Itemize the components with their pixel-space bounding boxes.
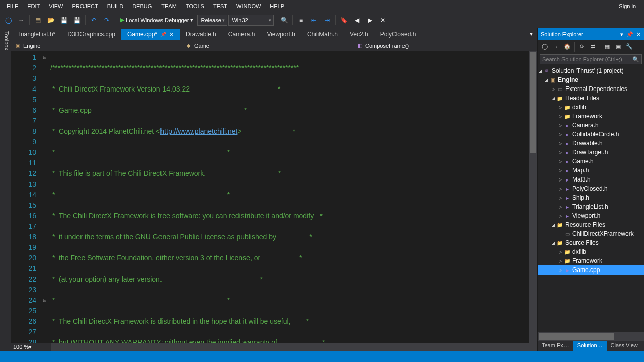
tab-chilimath[interactable]: ChiliMath.h — [301, 29, 344, 40]
tab-solution-explorer[interactable]: Solution… — [573, 341, 607, 351]
tree-header-item[interactable]: ▷▸TriangleList.h — [538, 202, 644, 211]
tab-game-cpp[interactable]: Game.cpp*📌✕ — [121, 29, 180, 40]
save-all-icon[interactable]: 💾 — [71, 14, 83, 26]
se-sync-icon[interactable]: ⇄ — [588, 42, 598, 52]
menu-project[interactable]: PROJECT — [67, 2, 102, 11]
tree-header-item[interactable]: ▷▸PolyClosed.h — [538, 184, 644, 193]
nav-fwd-icon[interactable]: → — [15, 14, 27, 26]
menu-help[interactable]: HELP — [265, 2, 289, 11]
context-bar: ▣Engine ◆Game ◧ComposeFrame() — [11, 40, 537, 51]
close-icon[interactable]: ✕ — [169, 31, 174, 38]
tree-ext-deps[interactable]: ▷▭External Dependencies — [538, 84, 644, 94]
tab-overflow-icon[interactable]: ▾ — [525, 28, 537, 40]
tree-header-files[interactable]: ◢📁Header Files — [538, 94, 644, 103]
se-home-icon[interactable]: 🏠 — [562, 42, 572, 52]
menu-file[interactable]: FILE — [2, 2, 23, 11]
line-numbers: 1234567891011121314151617181920212223242… — [11, 51, 41, 351]
tree-resource-files[interactable]: ◢📁Resource Files — [538, 220, 644, 229]
document-tabs: TriangleList.h* D3DGraphics.cpp Game.cpp… — [11, 28, 537, 40]
save-icon[interactable]: 💾 — [58, 14, 70, 26]
code-content[interactable]: /***************************************… — [48, 51, 537, 351]
platform-selector[interactable]: Win32 — [228, 15, 274, 26]
tree-header-item[interactable]: ▷▸Mat3.h — [538, 175, 644, 184]
tab-trianglelist[interactable]: TriangleList.h* — [11, 29, 61, 40]
tree-framework-h[interactable]: ▷📁Framework — [538, 112, 644, 121]
se-fwd-icon[interactable]: → — [551, 42, 561, 52]
se-refresh-icon[interactable]: ⟳ — [577, 42, 587, 52]
tab-camera[interactable]: Camera.h — [222, 29, 261, 40]
open-icon[interactable]: 📂 — [45, 14, 57, 26]
tab-class-view[interactable]: Class View — [607, 341, 642, 351]
tab-team-explorer[interactable]: Team Ex… — [538, 341, 573, 351]
config-selector[interactable]: Release — [197, 15, 227, 26]
tree-solution[interactable]: ◢⧈Solution 'Thrust' (1 project) — [538, 66, 644, 75]
tree-header-item[interactable]: ▷▸Map.h — [538, 166, 644, 175]
tab-viewport[interactable]: Viewport.h — [261, 29, 301, 40]
tree-source-files[interactable]: ◢📁Source Files — [538, 238, 644, 247]
pin-icon[interactable]: 📌 — [160, 32, 166, 37]
menu-debug[interactable]: DEBUG — [128, 2, 156, 11]
new-project-icon[interactable]: ▤ — [32, 14, 44, 26]
menu-build[interactable]: BUILD — [103, 2, 128, 11]
tree-header-item[interactable]: ▷▸Camera.h — [538, 121, 644, 130]
tab-vec2[interactable]: Vec2.h — [344, 29, 374, 40]
tree-dxflib-h[interactable]: ▷📁dxflib — [538, 103, 644, 112]
panel-dropdown-icon[interactable]: ▾ — [620, 31, 623, 38]
bookmark-clear-icon[interactable]: ✕ — [377, 14, 389, 26]
comment-icon[interactable]: ≡ — [295, 14, 307, 26]
se-properties-icon[interactable]: 🔧 — [624, 42, 634, 52]
toolbox-tab[interactable]: Toolbox — [0, 28, 11, 351]
tab-drawable[interactable]: Drawable.h — [180, 29, 222, 40]
zoom-level[interactable]: 100 % ▾ — [11, 343, 51, 351]
main-toolbar: ◯ → ▤ 📂 💾 💾 ↶ ↷ ▶ Local Windows Debugger… — [0, 12, 644, 28]
tab-polyclosed[interactable]: PolyClosed.h — [374, 29, 422, 40]
vertical-scrollbar[interactable] — [529, 51, 537, 343]
tree-project[interactable]: ◢▣Engine — [538, 75, 644, 84]
tree-header-item[interactable]: ▷▸Game.h — [538, 157, 644, 166]
solution-hscroll[interactable] — [538, 332, 644, 341]
indent-left-icon[interactable]: ⇤ — [308, 14, 320, 26]
status-bar — [0, 351, 644, 362]
indent-right-icon[interactable]: ⇥ — [321, 14, 333, 26]
member-selector[interactable]: ◧ComposeFrame() — [353, 40, 537, 51]
menu-test[interactable]: TEST — [209, 2, 232, 11]
solution-search-input[interactable]: Search Solution Explorer (Ctrl+;)🔍 — [540, 54, 642, 64]
code-editor[interactable]: 1234567891011121314151617181920212223242… — [11, 51, 537, 351]
tree-header-item[interactable]: ▷▸CollidableCircle.h — [538, 130, 644, 139]
horizontal-scrollbar[interactable]: 100 % ▾ — [11, 343, 537, 351]
tree-resource-item[interactable]: ▭ChiliDirectXFramework — [538, 229, 644, 238]
menu-view[interactable]: VIEW — [44, 2, 67, 11]
tree-dxflib-s[interactable]: ▷📁dxflib — [538, 247, 644, 256]
scope-selector[interactable]: ▣Engine — [11, 40, 182, 51]
se-showall-icon[interactable]: ▦ — [602, 42, 612, 52]
undo-icon[interactable]: ↶ — [88, 14, 100, 26]
se-back-icon[interactable]: ◯ — [540, 42, 550, 52]
tree-header-item[interactable]: ▷▸Drawable.h — [538, 139, 644, 148]
nav-back-icon[interactable]: ◯ — [2, 14, 14, 26]
solution-explorer-panel: Solution Explorer ▾📌✕ ◯ → 🏠 ⟳ ⇄ ▦ ▣ 🔧 Se… — [537, 28, 644, 351]
bookmark-next-icon[interactable]: ▶ — [364, 14, 376, 26]
find-icon[interactable]: 🔍 — [278, 14, 290, 26]
solution-tree[interactable]: ◢⧈Solution 'Thrust' (1 project) ◢▣Engine… — [538, 65, 644, 332]
menu-team[interactable]: TEAM — [156, 2, 181, 11]
tree-source-item[interactable]: ▷▸Game.cpp — [538, 265, 644, 275]
menu-window[interactable]: WINDOW — [232, 2, 265, 11]
tree-framework-s[interactable]: ▷📁Framework — [538, 256, 644, 265]
sign-in-link[interactable]: Sign in — [613, 2, 642, 11]
start-debug-button[interactable]: ▶ Local Windows Debugger ▾ — [117, 14, 196, 26]
panel-close-icon[interactable]: ✕ — [636, 31, 641, 38]
menu-tools[interactable]: TOOLS — [181, 2, 209, 11]
type-selector[interactable]: ◆Game — [182, 40, 353, 51]
panel-pin-icon[interactable]: 📌 — [626, 31, 633, 38]
menu-edit[interactable]: EDIT — [23, 2, 44, 11]
solution-explorer-title: Solution Explorer ▾📌✕ — [538, 28, 644, 40]
tree-header-item[interactable]: ▷▸Ship.h — [538, 193, 644, 202]
fold-column[interactable]: ⊟⊟ — [41, 51, 48, 351]
bookmark-prev-icon[interactable]: ◀ — [351, 14, 363, 26]
se-collapse-icon[interactable]: ▣ — [613, 42, 623, 52]
tab-d3dgraphics[interactable]: D3DGraphics.cpp — [61, 29, 121, 40]
tree-header-item[interactable]: ▷▸Viewport.h — [538, 211, 644, 220]
tree-header-item[interactable]: ▷▸DrawTarget.h — [538, 148, 644, 157]
bookmark-icon[interactable]: 🔖 — [338, 14, 350, 26]
redo-icon[interactable]: ↷ — [101, 14, 113, 26]
